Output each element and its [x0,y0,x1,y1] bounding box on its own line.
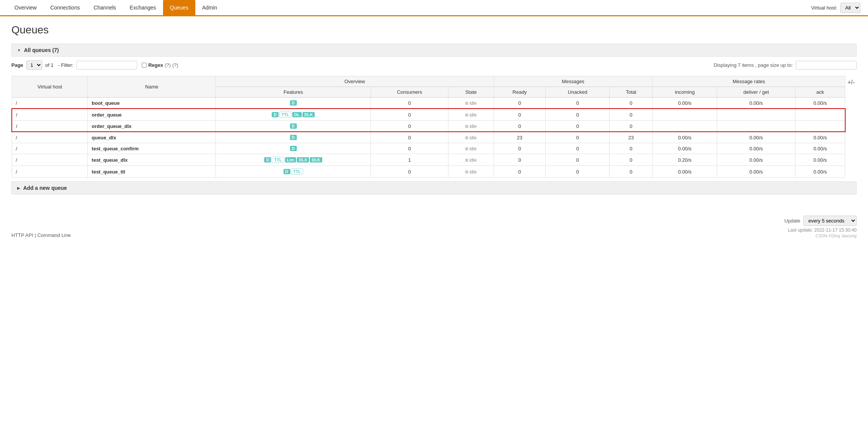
feature-badge: TTL [279,112,291,118]
column-toggle[interactable]: +/- [846,76,857,89]
cell-total: 23 [610,132,653,143]
feature-badge: D [290,146,297,151]
nav-queues[interactable]: Queues [163,0,195,15]
group-rates: Message rates [653,76,845,87]
cell-deliver: 0.00/s [717,98,795,109]
update-select[interactable]: every 5 seconds every 10 seconds every 3… [803,216,857,226]
cell-name[interactable]: order_queue [88,109,216,121]
pagination-row: Page 1 of 1 - Filter: Regex (?) (?) Disp… [11,60,857,70]
vhost-dropdown[interactable]: All / [840,3,860,13]
last-update: Last update: 2022-11-17 15:30:40 [784,227,857,233]
state-dot [465,114,468,117]
regex-hint1[interactable]: (?) [165,62,171,68]
cell-deliver [717,121,795,132]
col-name: Name [88,76,216,98]
cell-vhost: / [12,154,88,166]
cell-ack: 0.00/s [795,98,845,109]
cell-total: 0 [610,109,653,121]
page-size-input[interactable]: 100 [796,61,857,69]
cell-ack [795,121,845,132]
col-state: State [448,87,494,98]
table-row: / test_queue_dlx DTTLLimDLXDLK 1 idle 0 … [12,154,845,166]
state-label: idle [469,146,477,151]
regex-label[interactable]: Regex [148,62,163,68]
regex-checkbox[interactable] [142,63,147,68]
cell-deliver [717,109,795,121]
command-line-link[interactable]: Command Line [37,232,71,238]
cell-name[interactable]: test_queue_confirm [88,143,216,154]
cell-deliver: 0.00/s [717,166,795,178]
page-select[interactable]: 1 [26,60,42,70]
feature-badge: TTL [291,169,303,175]
cell-incoming [653,109,717,121]
cell-deliver: 0.00/s [717,132,795,143]
feature-badge: D [290,135,297,140]
nav-admin[interactable]: Admin [195,0,224,15]
cell-consumers: 0 [371,109,448,121]
state-dot [465,170,468,174]
add-queue-section[interactable]: ▶ Add a new queue [11,181,857,194]
cell-name[interactable]: boot_queue [88,98,216,109]
group-messages: Messages [494,76,653,87]
cell-vhost: / [12,132,88,143]
state-label: idle [469,135,477,140]
nav-overview[interactable]: Overview [8,0,43,15]
regex-hint2[interactable]: (?) [172,62,178,68]
collapse-arrow: ▼ [17,48,21,52]
cell-ready: 0 [494,98,545,109]
footer-left: HTTP API | Command Line [11,232,71,238]
cell-features: D [216,121,371,132]
of-label: of 1 [45,62,54,68]
table-row: / order_queue_dlx D 0 idle 0 0 0 [12,121,845,132]
display-info: Displaying 7 items , page size up to: 10… [714,61,857,69]
all-queues-label: All queues (7) [24,47,59,53]
col-incoming: incoming [653,87,717,98]
cell-state: idle [448,109,494,121]
all-queues-header[interactable]: ▼ All queues (7) [11,44,857,57]
nav-channels[interactable]: Channels [87,0,123,15]
page-content: Queues ▼ All queues (7) Page 1 of 1 - Fi… [0,16,868,202]
cell-state: idle [448,166,494,178]
cell-vhost: / [12,166,88,178]
cell-features: DTTL [216,166,371,178]
cell-unacked: 0 [546,98,610,109]
cell-ready: 0 [494,109,545,121]
feature-badge: TTL [272,157,284,163]
cell-name[interactable]: test_queue_ttl [88,166,216,178]
col-unacked: Unacked [546,87,610,98]
cell-total: 0 [610,121,653,132]
table-row: / order_queue DTTLDLDLK 0 idle 0 0 0 [12,109,845,121]
cell-incoming: 0.20/s [653,154,717,166]
cell-unacked: 0 [546,154,610,166]
http-api-link[interactable]: HTTP API [11,232,33,238]
cell-state: idle [448,154,494,166]
cell-name[interactable]: test_queue_dlx [88,154,216,166]
state-label: idle [469,158,477,163]
cell-vhost: / [12,121,88,132]
filter-input[interactable] [76,61,137,69]
feature-badge: D [290,100,297,106]
cell-state: idle [448,132,494,143]
nav-connections[interactable]: Connections [43,0,87,15]
state-label: idle [469,169,477,175]
table-row: / boot_queue D 0 idle 0 0 0 0.00/s 0.00/… [12,98,845,109]
page-title: Queues [11,24,857,36]
nav-exchanges[interactable]: Exchanges [123,0,163,15]
state-dot [465,136,468,139]
col-total: Total [610,87,653,98]
cell-name[interactable]: queue_dlx [88,132,216,143]
cell-incoming [653,121,717,132]
cell-name[interactable]: order_queue_dlx [88,121,216,132]
table-row: / test_queue_confirm D 0 idle 0 0 0 0.00… [12,143,845,154]
queues-table-wrapper: Virtual host Name Overview Messages Mess… [11,76,857,178]
cell-consumers: 0 [371,166,448,178]
col-vhost: Virtual host [12,76,88,98]
queues-table: Virtual host Name Overview Messages Mess… [11,76,846,178]
cell-total: 0 [610,98,653,109]
cell-ready: 0 [494,143,545,154]
feature-badge: DL [292,112,302,117]
vhost-label: Virtual host: [811,5,837,11]
watermark: CSDN ©Ding Jiaxiong [784,233,857,238]
cell-ack [795,109,845,121]
cell-ack: 0.00/s [795,154,845,166]
